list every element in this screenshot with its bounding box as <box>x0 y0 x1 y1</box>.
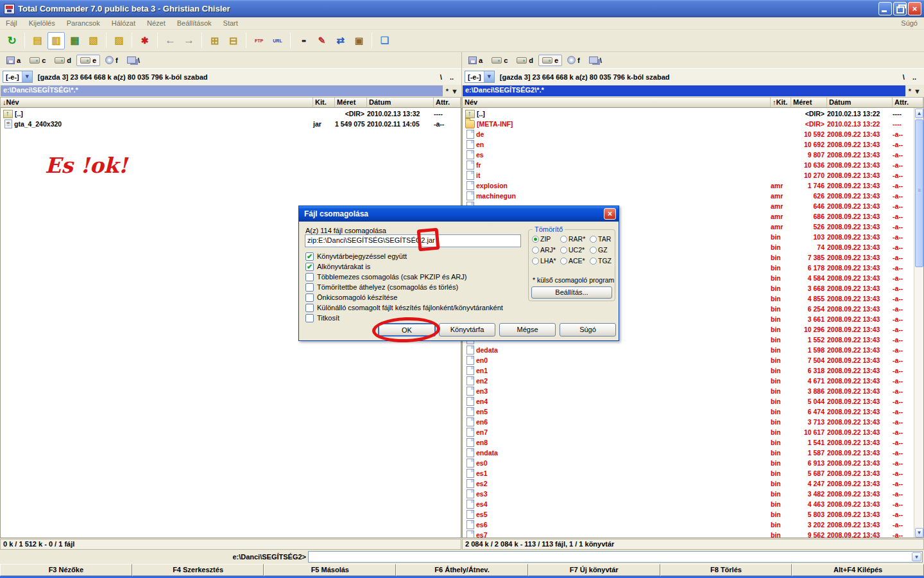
packer-radio-arj[interactable]: ARJ* <box>532 246 560 254</box>
radio-icon[interactable] <box>590 258 597 265</box>
goto-root-button[interactable]: \ <box>903 73 905 81</box>
forward-icon[interactable]: → <box>180 32 198 49</box>
goto-parent-button[interactable]: .. <box>912 73 916 81</box>
column-header-4[interactable]: Attr. <box>434 98 461 107</box>
help-button[interactable]: Súgó <box>560 323 616 337</box>
file-row[interactable]: fr10 6362008.09.22 13:43-a-- <box>463 160 914 170</box>
drive-combo[interactable]: [-e-]▼ <box>3 71 33 83</box>
menu-item-nézet[interactable]: Nézet <box>141 18 171 28</box>
radio-icon[interactable] <box>560 236 567 243</box>
full-view-icon[interactable]: ▥ <box>47 32 65 49</box>
packer-radio-rar[interactable]: RAR* <box>560 235 590 243</box>
packer-radio-lha[interactable]: LHA* <box>532 257 560 265</box>
packer-radio-ace[interactable]: ACE* <box>560 257 590 265</box>
pack-option-checkbox[interactable]: Többlemezes csomagolás (csak PKZIP és AR… <box>305 272 503 282</box>
file-row[interactable]: en5bin6 4742008.09.22 13:43-a-- <box>463 407 914 417</box>
filter-star-button[interactable]: * <box>909 87 911 95</box>
drive-combo[interactable]: [-e-]▼ <box>465 71 495 83</box>
function-button-f4[interactable]: F4 Szerkesztés <box>132 564 264 576</box>
command-line-input[interactable]: ▼ <box>308 551 923 563</box>
file-row[interactable]: es9 8072008.09.22 13:43-a-- <box>463 150 914 160</box>
goto-parent-button[interactable]: .. <box>450 73 454 81</box>
menu-item-start[interactable]: Start <box>218 18 244 28</box>
multi-rename-icon[interactable]: ✎ <box>313 32 330 49</box>
drive-button-network[interactable]: \ <box>123 55 144 66</box>
file-row[interactable]: dedatabin1 5982008.09.22 13:43-a-- <box>463 345 914 355</box>
file-row[interactable]: de10 5922008.09.22 13:43-a-- <box>463 129 914 139</box>
tree-view-icon[interactable]: ▧ <box>85 32 102 49</box>
drive-button-network[interactable]: \ <box>585 55 606 66</box>
file-row[interactable]: [META-INF]<DIR>2010.02.13 13:22---- <box>463 119 914 129</box>
run-params-icon[interactable]: ✱ <box>136 32 153 49</box>
pack-option-checkbox[interactable]: ✔Könyvtárbejegyzéssel együtt <box>305 251 503 261</box>
radio-icon[interactable] <box>560 247 567 254</box>
file-row[interactable]: en4bin5 0442008.09.22 13:43-a-- <box>463 396 914 407</box>
file-row[interactable]: es3bin3 4822008.09.22 13:43-a-- <box>463 489 914 499</box>
function-button-f3[interactable]: F3 Nézőke <box>0 564 132 576</box>
drive-button-a[interactable]: a <box>3 55 24 66</box>
menu-item-beállítások[interactable]: Beállítások <box>171 18 218 28</box>
vertical-scrollbar[interactable]: ▲▼ <box>914 108 923 538</box>
branch-view-icon[interactable]: ▨ <box>110 32 128 49</box>
file-row[interactable]: en3bin3 8862008.09.22 13:43-a-- <box>463 386 914 396</box>
restore-button[interactable] <box>893 2 907 15</box>
menu-item-kijelölés[interactable]: Kijelölés <box>23 18 61 28</box>
function-button-alt+f4[interactable]: Alt+F4 Kilépés <box>792 564 924 576</box>
file-row[interactable]: machinegunamr6262008.09.22 13:43-a-- <box>463 191 914 201</box>
radio-icon[interactable] <box>532 247 539 254</box>
ftp-url-icon[interactable]: URL <box>269 32 286 49</box>
file-row[interactable]: es0bin6 9132008.09.22 13:43-a-- <box>463 458 914 468</box>
file-row[interactable]: es6bin3 2022008.09.22 13:43-a-- <box>463 520 914 530</box>
function-button-f8[interactable]: F8 Törlés <box>660 564 792 576</box>
file-row[interactable]: en7bin10 6172008.09.22 13:43-a-- <box>463 427 914 437</box>
checkbox-unchecked-icon[interactable] <box>305 273 314 281</box>
pack-icon[interactable]: ⊞ <box>206 32 223 49</box>
file-row[interactable]: en10 6922008.09.22 13:43-a-- <box>463 139 914 150</box>
file-row[interactable]: [..]<DIR>2010.02.13 13:22---- <box>463 109 914 119</box>
checkbox-unchecked-icon[interactable] <box>305 314 314 322</box>
file-row[interactable]: it10 2702008.09.22 13:43-a-- <box>463 170 914 180</box>
checkbox-unchecked-icon[interactable] <box>305 293 314 302</box>
file-row[interactable]: es7bin9 5622008.09.22 13:43-a-- <box>463 530 914 538</box>
menu-item-fájl[interactable]: Fájl <box>0 18 23 28</box>
pack-option-checkbox[interactable]: Önkicsomagoló készítése <box>305 292 503 302</box>
drive-button-d[interactable]: d <box>51 55 75 66</box>
column-header-1[interactable]: ↑Kit. <box>771 98 791 107</box>
menu-item-parancsok[interactable]: Parancsok <box>61 18 106 28</box>
unpack-icon[interactable]: ⊟ <box>225 32 242 49</box>
file-row[interactable]: en1bin6 3182008.09.22 13:43-a-- <box>463 365 914 376</box>
scroll-down-icon[interactable]: ▼ <box>915 528 923 538</box>
file-row[interactable]: es4bin4 4632008.09.22 13:43-a-- <box>463 499 914 509</box>
column-header-4[interactable]: Attr. <box>893 98 923 107</box>
drive-button-f[interactable]: f <box>563 54 584 66</box>
packer-radio-tgz[interactable]: TGZ <box>590 257 613 265</box>
chevron-down-icon[interactable]: ▼ <box>22 71 32 82</box>
current-path[interactable]: e:\Danci\SEGÍTSÉG\*.* <box>1 85 443 96</box>
file-row[interactable]: en8bin1 5412008.09.22 13:43-a-- <box>463 437 914 448</box>
sync-dirs-icon[interactable]: ⇄ <box>332 32 349 49</box>
checkbox-unchecked-icon[interactable] <box>305 283 314 292</box>
drive-button-c[interactable]: c <box>26 55 49 66</box>
column-header-0[interactable]: ↓Név <box>1 98 313 107</box>
thumbnails-view-icon[interactable]: ▦ <box>66 32 83 49</box>
goto-root-button[interactable]: \ <box>440 73 442 81</box>
file-row[interactable]: [..]<DIR>2010.02.13 13:32---- <box>1 109 461 119</box>
file-row[interactable]: endatabin1 5872008.09.22 13:43-a-- <box>463 448 914 458</box>
file-row[interactable]: es5bin5 8032008.09.22 13:43-a-- <box>463 509 914 520</box>
file-row[interactable]: en2bin4 6712008.09.22 13:43-a-- <box>463 376 914 386</box>
menu-item-help[interactable]: Súgó <box>894 18 924 28</box>
radio-icon[interactable] <box>590 236 597 243</box>
ftp-connect-icon[interactable]: FTP <box>250 32 268 49</box>
pack-option-checkbox[interactable]: Különálló csomagolt fájlt készítés fájlo… <box>305 302 503 313</box>
file-row[interactable]: explosionamr1 7462008.09.22 13:43-a-- <box>463 180 914 191</box>
close-button[interactable]: × <box>908 2 921 15</box>
dialog-title-bar[interactable]: Fájl csomagolása × <box>299 206 619 222</box>
checkbox-checked-icon[interactable]: ✔ <box>305 263 314 271</box>
column-header-3[interactable]: Dátum <box>367 98 434 107</box>
menu-item-hálózat[interactable]: Hálózat <box>106 18 141 28</box>
drive-button-a[interactable]: a <box>465 55 486 66</box>
drive-button-c[interactable]: c <box>488 55 511 66</box>
refresh-icon[interactable]: ↻ <box>3 32 21 49</box>
file-row[interactable]: en0bin7 5042008.09.22 13:43-a-- <box>463 355 914 365</box>
pack-target-input[interactable]: zip:E:\Danci\SEGÍTSÉG\SEGÍTSÉG2.jar <box>305 234 521 247</box>
